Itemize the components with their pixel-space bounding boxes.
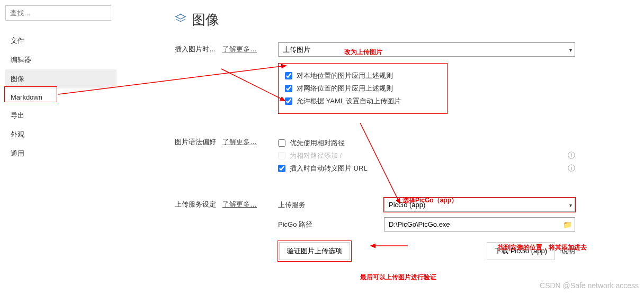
sidebar-nav: 文件 编辑器 图像 Markdown 导出 外观 通用 xyxy=(5,31,117,163)
sidebar-item-appearance[interactable]: 外观 xyxy=(5,125,117,144)
svg-marker-0 xyxy=(176,14,185,19)
page-title: 图像 xyxy=(192,11,219,29)
cb-yaml-label: 允许根据 YAML 设置自动上传图片 xyxy=(297,96,401,106)
picgo-path-input[interactable] xyxy=(384,217,575,231)
sidebar: 文件 编辑器 图像 Markdown 导出 外观 通用 xyxy=(0,0,117,294)
insert-action-select[interactable]: 上传图片 xyxy=(278,42,575,57)
cb-local-label: 对本地位置的图片应用上述规则 xyxy=(297,71,393,81)
cb-network-rule[interactable] xyxy=(285,85,292,92)
cb-network-label: 对网络位置的图片应用上述规则 xyxy=(297,84,393,93)
insert-action-select-wrap: 上传图片 ▾ xyxy=(278,42,575,57)
learn-more-upload[interactable]: 了解更多… xyxy=(222,198,257,209)
cb-relative-label: 优先使用相对路径 xyxy=(290,138,345,148)
validate-upload-button[interactable]: 验证图片上传选项 xyxy=(279,242,350,260)
sidebar-item-image[interactable]: 图像 xyxy=(5,69,117,88)
cb-escape-label: 插入时自动转义图片 URL xyxy=(290,164,368,173)
learn-more-insert[interactable]: 了解更多… xyxy=(222,42,257,54)
sidebar-item-general[interactable]: 通用 xyxy=(5,144,117,163)
learn-more-syntax[interactable]: 了解更多… xyxy=(222,135,257,147)
annotation-change-upload: 改为上传图片 xyxy=(344,48,382,57)
picgo-path-label: PicGo 路径 xyxy=(278,220,384,229)
cb-local-rule[interactable] xyxy=(285,72,292,79)
annotation-verify: 最后可以上传图片进行验证 xyxy=(360,273,436,282)
upload-label: 上传服务设定 xyxy=(175,198,222,209)
insert-rules-group: 对本地位置的图片应用上述规则 对网络位置的图片应用上述规则 允许根据 YAML … xyxy=(278,63,448,114)
cb-relative[interactable] xyxy=(278,139,285,147)
cb-prefix xyxy=(278,152,285,159)
sidebar-item-export[interactable]: 导出 xyxy=(5,106,117,125)
search-input[interactable] xyxy=(5,5,111,21)
sidebar-item-file[interactable]: 文件 xyxy=(5,31,117,50)
layers-icon xyxy=(175,13,186,26)
help-icon[interactable]: ⓘ xyxy=(568,164,575,173)
upload-service-label: 上传服务 xyxy=(278,200,384,210)
watermark: CSDN @Safe network access xyxy=(540,281,639,290)
cb-yaml-rule[interactable] xyxy=(285,97,292,105)
annotation-find-install: 找到安装的位置，将其添加进去 xyxy=(498,243,587,252)
syntax-label: 图片语法偏好 xyxy=(175,135,222,147)
sidebar-item-markdown[interactable]: Markdown xyxy=(5,88,117,106)
cb-prefix-label: 为相对路径添加 / xyxy=(290,151,342,161)
annotation-select-picgo: 选择PicGo（app） xyxy=(402,196,458,205)
help-icon[interactable]: ⓘ xyxy=(568,151,575,161)
sidebar-item-editor[interactable]: 编辑器 xyxy=(5,50,117,69)
folder-icon[interactable]: 📁 xyxy=(563,220,572,229)
insert-label: 插入图片时… xyxy=(175,42,222,54)
cb-escape[interactable] xyxy=(278,165,285,172)
